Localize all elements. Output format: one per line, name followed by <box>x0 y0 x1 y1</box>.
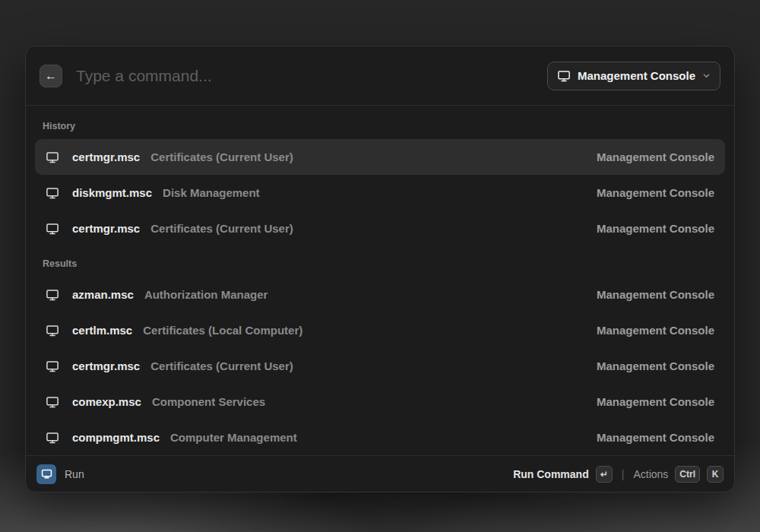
command-description: Computer Management <box>170 431 586 444</box>
monitor-icon <box>46 222 59 236</box>
command-category: Management Console <box>597 222 714 235</box>
back-arrow-icon: ← <box>45 69 57 83</box>
command-category: Management Console <box>597 324 714 337</box>
command-name: certmgr.msc <box>72 359 140 372</box>
history-item[interactable]: certmgr.msc Certificates (Current User) … <box>35 211 725 246</box>
command-category: Management Console <box>597 186 714 199</box>
command-category: Management Console <box>597 288 714 301</box>
app-label: Run <box>65 468 84 480</box>
footer-separator: | <box>622 468 625 480</box>
command-description: Authorization Manager <box>144 288 586 301</box>
result-item[interactable]: comexp.msc Component Services Management… <box>35 384 725 420</box>
command-name: diskmgmt.msc <box>72 186 152 199</box>
section-label-results: Results <box>35 246 725 277</box>
command-name: certlm.msc <box>72 324 132 337</box>
palette-header: ← Management Console <box>26 46 734 106</box>
history-item[interactable]: certmgr.msc Certificates (Current User) … <box>35 139 725 175</box>
palette-footer: Run Run Command ↵ | Actions Ctrl K <box>26 455 734 492</box>
result-item[interactable]: compmgmt.msc Computer Management Managem… <box>35 420 725 455</box>
enter-key-icon: ↵ <box>596 466 613 483</box>
actions-button[interactable]: Actions Ctrl K <box>633 466 724 483</box>
command-category: Management Console <box>597 431 714 444</box>
command-description: Component Services <box>152 395 586 408</box>
chevron-down-icon <box>702 71 711 80</box>
monitor-icon <box>46 150 59 164</box>
section-label-history: History <box>35 109 725 139</box>
result-item[interactable]: certlm.msc Certificates (Local Computer)… <box>35 312 725 348</box>
command-description: Certificates (Current User) <box>150 222 586 235</box>
command-description: Certificates (Current User) <box>150 359 586 372</box>
monitor-icon <box>46 395 59 409</box>
actions-label: Actions <box>633 468 668 480</box>
command-category: Management Console <box>597 395 714 408</box>
back-button[interactable]: ← <box>40 65 62 87</box>
k-key-badge: K <box>707 466 724 483</box>
result-item[interactable]: azman.msc Authorization Manager Manageme… <box>35 277 725 312</box>
command-name: certmgr.msc <box>72 150 140 163</box>
run-command-label: Run Command <box>513 468 589 480</box>
ctrl-key-badge: Ctrl <box>675 466 700 483</box>
command-name: comexp.msc <box>72 395 141 408</box>
command-name: certmgr.msc <box>72 222 140 235</box>
monitor-icon <box>46 431 59 445</box>
monitor-icon <box>46 288 59 302</box>
run-app-icon <box>36 464 56 484</box>
monitor-icon <box>46 359 59 373</box>
mode-label: Management Console <box>578 69 695 82</box>
monitor-icon <box>46 324 59 337</box>
command-category: Management Console <box>597 150 714 163</box>
command-name: compmgmt.msc <box>72 431 160 444</box>
history-item[interactable]: diskmgmt.msc Disk Management Management … <box>35 175 725 211</box>
run-command-button[interactable]: Run Command ↵ <box>513 466 613 483</box>
monitor-icon <box>557 69 571 83</box>
command-category: Management Console <box>597 359 714 372</box>
result-item[interactable]: certmgr.msc Certificates (Current User) … <box>35 348 725 384</box>
command-name: azman.msc <box>72 288 134 301</box>
command-description: Certificates (Local Computer) <box>143 324 586 337</box>
command-description: Certificates (Current User) <box>150 150 586 163</box>
monitor-icon <box>46 186 59 200</box>
command-list: History certmgr.msc Certificates (Curren… <box>26 106 734 455</box>
command-search-input[interactable] <box>76 67 547 85</box>
mode-selector[interactable]: Management Console <box>547 62 720 90</box>
command-palette: ← Management Console History certmgr.msc… <box>25 46 735 492</box>
command-description: Disk Management <box>163 186 586 199</box>
